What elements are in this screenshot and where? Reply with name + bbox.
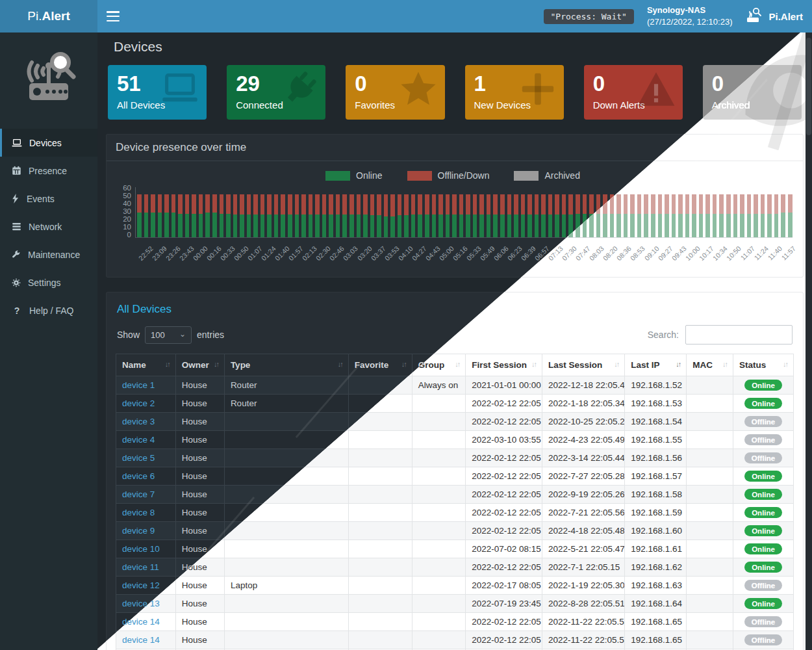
chart-bar (740, 194, 744, 237)
search-control: Search: (648, 325, 793, 344)
card-new-devices[interactable]: 1 New Devices (465, 65, 564, 120)
sidebar-item-presence[interactable]: Presence (0, 157, 97, 185)
device-link[interactable]: device 9 (122, 526, 155, 536)
chart-bar (644, 194, 648, 237)
status-badge: Offline (744, 416, 782, 427)
plus-icon (518, 70, 557, 110)
chart-bar (233, 194, 238, 237)
status-badge: Online (744, 525, 782, 536)
chart-bar (274, 194, 279, 237)
column-header[interactable]: MAC↓↑ (687, 354, 733, 376)
column-header[interactable]: Type↓↑ (224, 354, 348, 376)
wrench-icon (12, 250, 21, 259)
device-link[interactable]: device 7 (122, 489, 155, 499)
chart-bar (398, 194, 402, 237)
gear-icon (12, 278, 21, 287)
column-header[interactable]: Favorite↓↑ (348, 354, 412, 376)
table-row: device 13 House 2022-07-19 23:45 2022-8-… (116, 595, 794, 613)
chart-bar (459, 194, 464, 237)
status-badge: Offline (744, 634, 782, 645)
y-tick-label: 40 (113, 200, 131, 208)
device-link[interactable]: device 8 (122, 508, 155, 517)
hamburger-icon[interactable] (107, 11, 120, 21)
sort-icon: ↓↑ (676, 360, 680, 368)
chart-bar (349, 194, 354, 237)
chart-bar (514, 194, 518, 237)
chart-bar (774, 194, 779, 237)
chart-bar (555, 194, 559, 237)
chart-bar (438, 194, 443, 237)
sidebar-item-devices[interactable]: Devices (0, 129, 97, 157)
chart-bar (754, 194, 758, 237)
card-all-devices[interactable]: 51 All Devices (108, 65, 207, 120)
chart-bar (747, 194, 752, 237)
column-header[interactable]: Last IP↓↑ (625, 354, 687, 376)
chart-bar (562, 194, 566, 237)
x-tick-label: 11:57 (780, 244, 797, 262)
chart-bar (288, 194, 292, 237)
archived-swatch (514, 171, 539, 181)
device-link[interactable]: device 4 (122, 435, 155, 445)
device-link[interactable]: device 3 (122, 417, 155, 426)
status-badge: Offline (744, 452, 782, 463)
top-bar: Pi.Alert "Process: Wait" Synology-NAS (2… (0, 0, 812, 32)
device-link[interactable]: device 14 (122, 635, 160, 645)
sidebar-item-maintenance[interactable]: Maintenance (0, 240, 97, 268)
sidebar-item-network[interactable]: Network (0, 213, 97, 240)
card-connected[interactable]: 29 Connected (227, 65, 325, 120)
search-input[interactable] (685, 325, 793, 344)
offline-swatch (407, 171, 432, 181)
column-header[interactable]: Name↓↑ (116, 354, 176, 376)
column-header[interactable]: Last Session↓↑ (542, 354, 625, 376)
calendar-icon (12, 166, 21, 176)
column-header[interactable]: First Session↓↑ (466, 354, 542, 376)
warning-icon (636, 70, 676, 110)
question-icon: ? (12, 306, 22, 316)
column-header[interactable]: Owner↓↑ (175, 354, 224, 376)
chart-bar (761, 194, 765, 237)
y-tick-label: 10 (113, 224, 131, 231)
chevron-down-icon: ⌄ (179, 330, 186, 340)
device-link[interactable]: device 5 (122, 453, 155, 463)
chart-bar (336, 194, 340, 237)
vertical-scrollbar[interactable] (806, 32, 812, 650)
column-header[interactable]: Status↓↑ (733, 354, 794, 376)
chart-bar (699, 194, 704, 237)
chart-bar (719, 194, 724, 237)
device-link[interactable]: device 6 (122, 471, 155, 481)
device-link[interactable]: device 2 (122, 398, 155, 408)
chart-bar (309, 194, 313, 237)
sort-icon: ↓↑ (401, 360, 406, 368)
device-link[interactable]: device 12 (122, 580, 160, 590)
sidebar: Devices Presence Events Network Maintena… (0, 32, 97, 650)
chart-bar (493, 194, 498, 237)
card-favorites[interactable]: 0 Favorites (346, 65, 444, 120)
chart-bar (637, 194, 642, 237)
sidebar-item-events[interactable]: Events (0, 185, 97, 213)
status-badge: Online (744, 489, 782, 500)
chart-bar (527, 194, 532, 237)
sidebar-item-settings[interactable]: Settings (0, 268, 97, 296)
chart-bar (220, 194, 224, 237)
host-datetime: (27/12/2022, 12:10:23) (647, 16, 733, 28)
device-link[interactable]: device 10 (122, 544, 160, 554)
card-down-alerts[interactable]: 0 Down Alerts (584, 65, 683, 120)
page-length-select[interactable]: 100 ⌄ (145, 326, 192, 344)
chart-bar (425, 194, 429, 237)
chart-bar (541, 194, 546, 237)
process-status-badge: "Process: Wait" (544, 9, 634, 24)
chart-bar (384, 194, 388, 237)
chart-bar (781, 194, 785, 237)
chart-bar (685, 194, 690, 237)
y-tick-label: 0 (113, 231, 131, 239)
chart-bar (535, 194, 539, 237)
app-badge[interactable]: Pi.Alert (745, 7, 803, 26)
sidebar-item-help[interactable]: ? Help / FAQ (0, 296, 97, 324)
chart-bar (404, 194, 409, 237)
device-link[interactable]: device 1 (122, 380, 155, 390)
scrollbar-thumb[interactable] (806, 38, 811, 135)
device-link[interactable]: device 11 (122, 562, 159, 572)
brand-logo[interactable]: Pi.Alert (0, 0, 97, 32)
chart-bar (329, 194, 333, 237)
status-badge: Online (744, 380, 782, 391)
